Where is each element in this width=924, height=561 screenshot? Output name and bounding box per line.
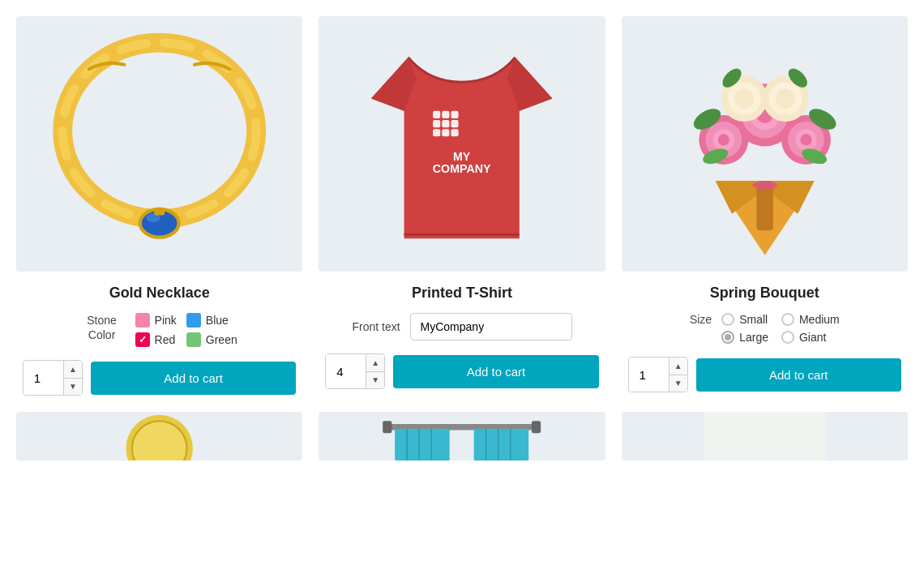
svg-rect-9 [433,120,440,127]
cart-row-printed-tshirt: ▲ ▼ Add to cart [319,353,605,389]
svg-text:MY: MY [453,150,471,163]
svg-point-31 [800,134,811,145]
radio-large[interactable] [721,331,734,344]
quantity-value-spring-bouquet[interactable] [629,358,669,392]
product-title-spring-bouquet: Spring Bouquet [710,285,819,302]
color-row-green: Green [186,332,237,347]
qty-arrows-spring-bouquet: ▲ ▼ [669,358,687,392]
quantity-input-spring-bouquet[interactable]: ▲ ▼ [628,357,688,392]
add-to-cart-spring-bouquet[interactable]: Add to cart [696,358,901,392]
size-name-giant: Giant [799,331,826,344]
products-grid: Gold Necklace Stone Color Pink Blue Red [16,16,908,460]
svg-rect-14 [451,129,459,136]
partial-image-2 [319,412,605,460]
qty-up-printed-tshirt[interactable]: ▲ [366,354,384,372]
size-label: Size [690,313,712,326]
quantity-input-printed-tshirt[interactable]: ▲ ▼ [325,353,385,389]
quantity-value-gold-necklace[interactable] [24,361,64,395]
svg-text:COMPANY: COMPANY [433,162,491,175]
partial-product-2 [319,412,605,460]
color-checkbox-blue[interactable] [186,313,201,328]
partial-product-3 [622,412,908,460]
size-name-large: Large [739,331,768,344]
quantity-value-printed-tshirt[interactable] [326,354,366,388]
product-card-gold-necklace: Gold Necklace Stone Color Pink Blue Red [16,16,302,396]
qty-up-spring-bouquet[interactable]: ▲ [669,358,687,375]
color-row-red: Red [135,332,177,347]
svg-point-34 [734,88,754,108]
qty-down-spring-bouquet[interactable]: ▼ [669,375,687,392]
svg-rect-50 [474,429,529,460]
product-image-gold-necklace [16,16,302,272]
svg-rect-12 [433,129,440,136]
partial-image-1 [16,412,302,460]
svg-rect-6 [433,111,440,118]
color-checkbox-green[interactable] [186,332,201,347]
svg-point-27 [717,134,729,145]
color-grid: Pink Blue Red Green [135,313,237,347]
size-radio-grid: Small Medium Large Giant [721,313,840,344]
product-image-spring-bouquet [622,16,908,272]
radio-medium[interactable] [781,313,794,326]
svg-point-19 [752,181,776,189]
qty-down-gold-necklace[interactable]: ▼ [64,379,82,396]
svg-rect-48 [532,421,541,433]
size-name-medium: Medium [799,313,840,326]
size-radio-giant: Giant [781,331,840,344]
product-card-spring-bouquet: Spring Bouquet Size Small Medium Large [622,16,908,396]
front-text-label: Front text [352,320,400,333]
color-checkbox-pink[interactable] [135,313,150,328]
svg-point-37 [776,88,795,108]
qty-down-printed-tshirt[interactable]: ▼ [366,372,384,389]
radio-giant[interactable] [781,331,794,344]
svg-rect-13 [443,129,450,136]
color-name-red: Red [155,333,176,346]
svg-rect-49 [395,429,450,460]
size-radio-medium: Medium [781,313,840,326]
color-checkbox-red[interactable] [135,332,150,347]
cart-row-spring-bouquet: ▲ ▼ Add to cart [622,357,908,392]
partial-product-1 [16,412,302,460]
color-options-gold-necklace: Stone Color Pink Blue Red Green [16,313,302,347]
add-to-cart-printed-tshirt[interactable]: Add to cart [393,355,598,388]
color-name-blue: Blue [206,314,229,327]
qty-up-gold-necklace[interactable]: ▲ [64,361,82,379]
size-radio-large: Large [721,331,768,344]
color-options-label: Stone Color [82,313,122,342]
svg-rect-8 [451,111,459,118]
qty-arrows-printed-tshirt: ▲ ▼ [366,354,384,388]
svg-rect-11 [451,120,459,127]
front-text-input[interactable] [410,313,572,340]
quantity-input-gold-necklace[interactable]: ▲ ▼ [23,360,83,396]
product-card-printed-tshirt: MY COMPANY Printed T-Shirt Front text ▲ … [319,16,605,396]
cart-row-gold-necklace: ▲ ▼ Add to cart [16,360,302,396]
svg-rect-57 [704,412,825,460]
svg-rect-5 [154,208,165,216]
add-to-cart-gold-necklace[interactable]: Add to cart [91,362,296,395]
color-row-blue: Blue [186,313,237,328]
product-title-printed-tshirt: Printed T-Shirt [412,285,512,302]
size-radio-small: Small [721,313,768,326]
partial-image-3 [622,412,908,460]
svg-rect-10 [443,120,450,127]
qty-arrows-gold-necklace: ▲ ▼ [64,361,82,395]
size-name-small: Small [739,313,768,326]
svg-rect-47 [383,421,391,433]
color-row-pink: Pink [135,313,177,328]
svg-rect-7 [443,111,450,118]
color-name-pink: Pink [155,314,177,327]
product-image-printed-tshirt: MY COMPANY [319,16,605,272]
color-name-green: Green [206,333,237,346]
front-text-row: Front text [319,313,605,340]
size-options-spring-bouquet: Size Small Medium Large Giant [622,313,908,344]
product-title-gold-necklace: Gold Necklace [109,285,210,302]
radio-small[interactable] [721,313,734,326]
